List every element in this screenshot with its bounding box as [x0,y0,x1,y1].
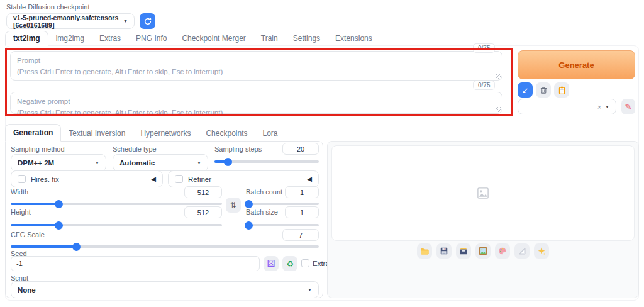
chevron-down-icon: ▼ [308,287,312,292]
batch-count-slider[interactable] [246,203,319,205]
refresh-icon [143,17,152,26]
reuse-seed-button[interactable]: ♻ [282,256,297,271]
extra-seed-checkbox[interactable] [301,259,309,267]
chevron-down-icon: ▼ [123,19,128,23]
refresh-checkpoint-button[interactable] [140,13,155,29]
sparkle-icon [537,247,546,255]
refiner-accordion[interactable]: Refiner ◀ [168,170,319,187]
checkpoint-value: v1-5-pruned-emaonly.safetensors [6ce0161… [13,14,123,29]
width-label: Width [11,188,28,196]
tab-img2img[interactable]: img2img [48,31,92,45]
slider-thumb[interactable] [224,158,232,166]
refiner-checkbox[interactable] [175,175,183,183]
slider-thumb[interactable] [245,200,253,208]
width-input[interactable]: 512 [184,186,222,198]
output-toolbar [328,243,638,259]
batch-count-input[interactable]: 1 [285,186,319,198]
cfg-scale-input[interactable]: 7 [282,229,319,241]
prompt-token-counter: 0/75 [473,43,495,53]
tab-train[interactable]: Train [253,31,286,45]
script-dropdown[interactable]: None ▼ [11,281,319,298]
tab-textual-inversion[interactable]: Textual Inversion [61,125,133,142]
sampling-method-dropdown[interactable]: DPM++ 2M ▼ [11,154,106,171]
hires-fix-accordion[interactable]: Hires. fix ◀ [11,170,163,187]
width-slider[interactable] [11,203,222,205]
tab-generation[interactable]: Generation [5,124,61,142]
save-zip-button[interactable] [456,243,471,259]
tab-png-info[interactable]: PNG Info [128,31,174,45]
clear-icon[interactable]: × [597,103,601,111]
chevron-down-icon: ▼ [95,160,99,165]
slider-thumb[interactable] [72,243,80,251]
schedule-type-dropdown[interactable]: Automatic ▼ [113,154,208,171]
card-file-box-icon [459,247,468,255]
swap-arrows-icon: ⇅ [230,201,236,209]
paste-generation-params-button[interactable]: ↙ [518,82,533,98]
negative-prompt-textarea[interactable]: Negative prompt (Press Ctrl+Enter to gen… [10,92,502,114]
tab-extensions[interactable]: Extensions [328,31,380,45]
prompt-placeholder-hint: (Press Ctrl+Enter to generate, Alt+Enter… [17,67,496,78]
refiner-label: Refiner [188,176,211,183]
edit-styles-button[interactable]: ✎ [621,99,635,114]
send-to-extras-button[interactable] [514,243,530,259]
sampling-method-value: DPM++ 2M [18,159,54,167]
clear-prompt-button[interactable] [536,82,551,98]
random-seed-button[interactable]: ⚄ [264,256,279,271]
generation-settings-panel: Sampling method DPM++ 2M ▼ Schedule type… [5,141,323,298]
seed-input[interactable]: -1 [11,256,260,271]
generate-button[interactable]: Generate [518,50,635,79]
floppy-disk-icon [440,247,448,255]
batch-size-input[interactable]: 1 [285,206,319,218]
tab-checkpoint-merger[interactable]: Checkpoint Merger [174,31,253,45]
accordion-collapsed-icon[interactable]: ◀ [307,176,312,182]
tab-extras[interactable]: Extras [92,31,128,45]
negative-prompt-placeholder-title: Negative prompt [17,96,496,108]
tab-checkpoints[interactable]: Checkpoints [198,125,255,142]
batch-size-slider[interactable] [246,224,319,226]
accordion-collapsed-icon[interactable]: ◀ [151,176,156,182]
extra-seed-option: Extra [301,259,330,267]
schedule-type-label: Schedule type [113,145,157,153]
upscale-button[interactable] [534,243,549,259]
chevron-down-icon: ▼ [197,160,201,165]
hires-fix-checkbox[interactable] [18,175,26,183]
checkpoint-dropdown[interactable]: v1-5-pruned-emaonly.safetensors [6ce0161… [6,13,135,29]
send-to-img2img-button[interactable] [475,243,491,259]
clipboard-icon [558,86,566,94]
footer-divider [0,304,644,304]
main-tab-bar: txt2img img2img Extras PNG Info Checkpoi… [5,31,380,45]
send-to-inpaint-button[interactable] [495,243,510,259]
cfg-scale-slider[interactable] [11,245,319,248]
image-preview-area[interactable] [331,145,635,241]
slider-thumb[interactable] [55,221,63,230]
tab-settings[interactable]: Settings [286,31,328,45]
open-folder-button[interactable] [417,243,432,259]
sampling-steps-slider[interactable] [214,160,319,163]
recycle-icon: ♻ [286,259,294,269]
sampling-steps-input[interactable]: 20 [282,143,319,155]
apply-styles-button[interactable] [554,82,569,98]
slider-thumb[interactable] [245,221,253,230]
prompt-placeholder-title: Prompt [17,55,496,67]
prompt-textarea[interactable]: Prompt (Press Ctrl+Enter to generate, Al… [10,51,502,81]
schedule-type-value: Automatic [119,159,155,167]
resize-handle-icon[interactable] [496,107,501,112]
swap-dimensions-button[interactable]: ⇅ [226,198,241,213]
slider-thumb[interactable] [55,200,63,208]
arrow-down-left-icon: ↙ [522,86,529,95]
save-image-button[interactable] [436,243,452,259]
height-label: Height [11,208,31,216]
script-value: None [18,286,36,294]
resize-handle-icon[interactable] [496,74,501,79]
tab-txt2img[interactable]: txt2img [5,31,48,46]
negative-prompt-placeholder-hint: (Press Ctrl+Enter to generate, Alt+Enter… [17,108,496,119]
negative-prompt-token-counter: 0/75 [473,81,495,90]
dice-icon: ⚄ [267,258,275,269]
height-input[interactable]: 512 [184,206,222,218]
styles-dropdown[interactable]: × ▼ [518,99,616,114]
tab-hypernetworks[interactable]: Hypernetworks [133,125,198,142]
height-slider[interactable] [11,224,222,226]
palette-icon [498,247,507,255]
pencil-icon: ✎ [625,102,632,111]
tab-lora[interactable]: Lora [255,125,285,142]
